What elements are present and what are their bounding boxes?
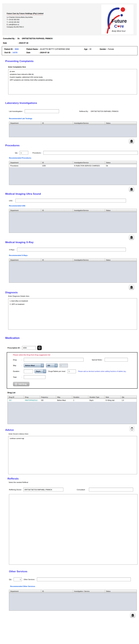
- uss-input[interactable]: [16, 199, 126, 202]
- advice-title: Advice: [5, 428, 14, 432]
- visit-date-value: : 2024-07-18: [39, 52, 49, 54]
- visit-date-label: Date: [26, 52, 30, 54]
- procedure-status: Ok: [105, 164, 136, 167]
- add-drug-panel: Please select the Drug from Drug suggess…: [7, 352, 138, 389]
- complaints-label: Enter Complaints Here: [8, 66, 139, 68]
- lab-investigation-input[interactable]: [25, 110, 59, 113]
- referring-doctor-label: Reffering Doctor: [9, 489, 22, 490]
- drug-label: Drug: [13, 359, 22, 361]
- procedures-input[interactable]: [43, 151, 138, 155]
- special-notes-input[interactable]: [104, 358, 128, 362]
- dropdown-arrow-icon: ▼: [43, 370, 46, 373]
- xray-table-body: [9, 262, 136, 282]
- other-services-input[interactable]: [37, 578, 131, 581]
- duration-unit-select[interactable]: Day/s ▼: [34, 369, 46, 373]
- plus-icon: +: [15, 383, 17, 385]
- procedures-table: Department ID Investigation/Service Stat…: [9, 161, 137, 185]
- recommended-lab-link[interactable]: Recommended Lab Testings: [9, 118, 139, 120]
- other-col-service: Investigation / Service: [73, 590, 105, 593]
- procedures-table-row[interactable]: Procedures 1035 IV INJECTION SERVICE CHA…: [9, 164, 136, 167]
- drug-list-row[interactable]: 152 PANTOPRAZOLE OD Before Meal 1 Day/s …: [8, 399, 136, 402]
- lab-input-label: Lab Investingation :: [9, 110, 23, 112]
- recommended-procedures-link[interactable]: Recommended Procedures: [9, 157, 139, 159]
- delete-other-service-row-button[interactable]: [130, 613, 135, 618]
- refresh-prescription-button[interactable]: [37, 346, 42, 350]
- per-meal-input[interactable]: [68, 370, 76, 373]
- consultant-label: Consultant: [77, 489, 85, 490]
- uss-title: Medical Imaging Ultra Sound: [5, 192, 139, 196]
- delete-lab-row-button[interactable]: [129, 139, 134, 144]
- patient-id-label: Patient ID :: [4, 48, 14, 50]
- delete-procedure-row-button[interactable]: [129, 187, 134, 192]
- advice-textarea[interactable]: continue current mgt: [8, 436, 137, 474]
- uss-col-id: ID: [41, 209, 73, 212]
- other-services-title: Other Services: [9, 570, 139, 573]
- delete-drug-button[interactable]: [130, 426, 134, 431]
- trash-outline-icon: [131, 427, 133, 430]
- lab-referred-by-value: ORITSETSETOS RAPHAEL PINNICK: [90, 110, 118, 112]
- referral-options-list[interactable]: [9, 494, 138, 565]
- drug-list-label: Drug List: [8, 392, 139, 394]
- procedures-qty-input[interactable]: [20, 151, 28, 155]
- recommended-uss-link[interactable]: Recommended USS: [9, 205, 139, 207]
- drug-col-duration-type: Duration Type: [88, 396, 104, 399]
- drug-row-note: IV 40mg stat: [104, 399, 120, 402]
- delete-xray-row-button[interactable]: [129, 285, 134, 290]
- uss-table-body: [9, 212, 136, 233]
- drug-suggestion-warning: Please select the Drug from Drug suggess…: [13, 354, 135, 356]
- drug-row-qty: 1.0: [120, 399, 136, 402]
- prescription-id-input[interactable]: [22, 346, 36, 350]
- drug-col-qty: Qty: [120, 396, 136, 399]
- total-label: Total: [13, 376, 22, 378]
- date-value: : 2024-07-18: [18, 42, 28, 44]
- consultant-input[interactable]: [89, 488, 133, 492]
- xray-col-department: Department: [9, 258, 41, 262]
- drug-input[interactable]: [24, 358, 84, 362]
- trash-icon: [130, 140, 133, 143]
- xray-col-service: Investigation/Service: [73, 258, 105, 262]
- xray-input[interactable]: [17, 248, 126, 252]
- logo-swoosh-icon: Future C❤re Body Mind Soul: [101, 4, 134, 34]
- future-care-logo: Future C❤re Body Mind Soul: [101, 4, 134, 34]
- recommended-xray-link[interactable]: Recommended X-Rays: [9, 254, 139, 256]
- recommended-other-services-link[interactable]: Recommended Other Services: [10, 586, 139, 587]
- consult-date-line: Date : 2024-07-18: [3, 42, 139, 44]
- xray-title: Medical Imaging X-Ray: [5, 241, 139, 244]
- prescription-id-label: Prescription ID :: [8, 347, 21, 349]
- delete-uss-row-button[interactable]: [129, 235, 134, 240]
- consulted-by-line: Consulted By : Dr. ORITSETSETOS RAPHAEL …: [3, 38, 139, 40]
- gender-label: Gender :: [100, 48, 107, 50]
- procedure-id: 1035: [41, 164, 73, 167]
- xray-input-label: X-Rays :: [9, 249, 15, 250]
- lab-col-id: ID: [41, 122, 73, 124]
- procedures-col-service: Investigation/Service: [73, 161, 105, 164]
- consulted-by-label: Consulted By :: [3, 38, 16, 40]
- patient-name-label: Patient Name :: [26, 48, 39, 50]
- uss-col-service: Investigation/Service: [73, 209, 105, 212]
- procedure-service: IV INJECTION SERVICE CHARGES: [73, 164, 105, 167]
- frequency-value: OD: [46, 364, 55, 366]
- doctor-name: ORITSETSETOS RAPHAEL PINNICK: [22, 38, 52, 40]
- referrals-subtitle: Select the needed Refferal: [9, 482, 139, 483]
- total-input[interactable]: [24, 375, 46, 379]
- complaints-textarea[interactable]: pt seen symptoms have reduced a little b…: [8, 69, 137, 94]
- trash-icon: [132, 614, 134, 617]
- drug-row-duration-type: Day/s: [88, 399, 104, 402]
- per-meal-label: Drugs/Tablets per meal :: [48, 370, 66, 372]
- frequency-select[interactable]: OD ▼: [46, 364, 58, 368]
- diagnosis-textarea[interactable]: 1. Acid reflux on treatment 2. URTI on t…: [8, 298, 137, 330]
- lab-col-department: Department: [9, 122, 41, 124]
- lab-col-status: Status: [105, 122, 137, 124]
- meal-timing-select[interactable]: Before Meal ▼: [24, 364, 44, 368]
- xray-table: Department ID Investigation/Service Stat…: [9, 258, 137, 283]
- other-services-table: Department ID Investigation / Service St…: [9, 590, 137, 611]
- add-drug-button[interactable]: + Add Drug: [13, 382, 30, 386]
- way-label: Way: [13, 364, 22, 366]
- referring-doctor-input[interactable]: [23, 488, 63, 492]
- other-qty-input[interactable]: [14, 578, 22, 581]
- duration-input[interactable]: [24, 370, 33, 373]
- diagnosis-label: Enter Diagnosis Details Here: [8, 295, 139, 297]
- visit-id-label: Visit ID :: [4, 52, 12, 54]
- trash-icon: [130, 188, 133, 191]
- other-qty-label: Qty :: [9, 578, 12, 580]
